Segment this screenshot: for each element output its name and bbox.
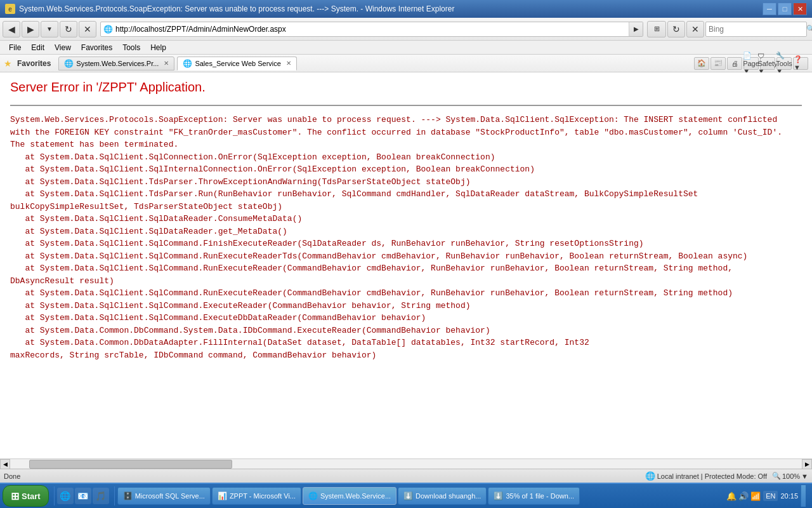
- menu-view[interactable]: View: [49, 42, 76, 53]
- quick-media[interactable]: 🎵: [93, 488, 109, 504]
- task-zppt-icon: 📊: [218, 491, 227, 500]
- forward-button[interactable]: ▶: [22, 21, 39, 37]
- window-title: System.Web.Services.Protocols.SoapExcept…: [19, 4, 763, 13]
- tab-icon-2: 🌐: [183, 59, 192, 68]
- menu-tools[interactable]: Tools: [117, 42, 145, 53]
- system-clock[interactable]: 20:15: [780, 491, 798, 500]
- go-button[interactable]: ▶: [629, 22, 643, 36]
- title-divider: [10, 105, 802, 106]
- task-dl2-icon: ⬇️: [494, 491, 503, 500]
- page-button[interactable]: 📄 Page ▼: [743, 57, 759, 70]
- minimize-button[interactable]: ─: [763, 3, 776, 15]
- start-label: Start: [22, 491, 41, 501]
- status-text: Done: [4, 472, 645, 480]
- stop-button2[interactable]: ✕: [686, 21, 704, 37]
- horizontal-scrollbar: ◀ ▶: [0, 458, 812, 469]
- refresh-button2[interactable]: ↻: [667, 21, 685, 37]
- scroll-left-button[interactable]: ◀: [0, 459, 10, 469]
- zoom-level: 100%: [782, 472, 800, 480]
- help-button[interactable]: ❓ ▼: [793, 57, 808, 70]
- refresh-button[interactable]: ↻: [60, 21, 77, 37]
- menu-favorites[interactable]: Favorites: [76, 42, 117, 53]
- task-sql-icon: 🗄️: [123, 491, 133, 500]
- task-download1[interactable]: ⬇️ Download shuangh...: [398, 487, 487, 505]
- system-tray: 🔔 🔊 📶: [726, 491, 761, 501]
- windows-logo: ⊞: [11, 490, 19, 502]
- tab-icon-1: 🌐: [64, 59, 74, 68]
- address-input[interactable]: [115, 25, 629, 34]
- quick-email[interactable]: 📧: [75, 488, 91, 504]
- window-controls: ─ □ ✕: [763, 3, 807, 15]
- start-button[interactable]: ⊞ Start: [3, 485, 49, 507]
- favorites-right-buttons: 🏠 📰 🖨 📄 Page ▼ 🛡 Safety ▼ 🔧 Tools ▼ ❓ ▼: [694, 57, 808, 70]
- tray-icon-1[interactable]: 🔔: [726, 491, 737, 501]
- tab-sales-service[interactable]: 🌐 Sales_Service Web Service ✕: [177, 57, 297, 70]
- clock-time: 20:15: [780, 491, 798, 500]
- tray-icon-2[interactable]: 🔊: [738, 491, 749, 501]
- task-system-web[interactable]: 🌐 System.Web.Service...: [303, 487, 396, 505]
- task-download2[interactable]: ⬇️ 35% of 1 file - Down...: [488, 487, 580, 505]
- home-button[interactable]: 🏠: [694, 57, 709, 70]
- menu-help[interactable]: Help: [145, 42, 171, 53]
- stop-button[interactable]: ✕: [79, 21, 96, 37]
- status-bar: Done 🌐 Local intranet | Protected Mode: …: [0, 469, 812, 483]
- address-bar: 🌐 ▶: [100, 22, 643, 37]
- content-area: Server Error in '/ZPPT' Application. Sys…: [0, 72, 812, 469]
- task-dl1-icon: ⬇️: [403, 491, 413, 500]
- tray-icon-3[interactable]: 📶: [750, 491, 761, 501]
- compat-button[interactable]: ⊞: [647, 21, 666, 37]
- tab-system-web[interactable]: 🌐 System.Web.Services.Pr... ✕: [58, 57, 174, 70]
- status-right: 🌐 Local intranet | Protected Mode: Off 🔍…: [645, 471, 808, 481]
- scrollable-content[interactable]: Server Error in '/ZPPT' Application. Sys…: [0, 72, 812, 458]
- maximize-button[interactable]: □: [778, 3, 792, 15]
- task-dl1-label: Download shuangh...: [416, 492, 481, 500]
- intranet-icon: 🌐: [645, 471, 655, 481]
- zoom-icon: 🔍: [772, 472, 781, 480]
- task-dl2-label: 35% of 1 file - Down...: [506, 492, 574, 500]
- zoom-dropdown-icon: ▼: [801, 472, 808, 480]
- title-bar: e System.Web.Services.Protocols.SoapExce…: [0, 0, 812, 18]
- search-input[interactable]: [706, 25, 806, 34]
- taskbar-right: 🔔 🔊 📶 EN 20:15: [723, 485, 809, 507]
- nav-bar: ◀ ▶ ▼ ↻ ✕ 🌐 ▶ ⊞ ↻ ✕ 🔍: [0, 18, 812, 41]
- show-desktop-button[interactable]: [801, 485, 806, 507]
- close-button[interactable]: ✕: [793, 3, 807, 15]
- back-button[interactable]: ◀: [3, 21, 20, 37]
- print-button[interactable]: 🖨: [727, 57, 742, 70]
- task-sql[interactable]: 🗄️ Microsoft SQL Serve...: [117, 487, 211, 505]
- dropdown-button[interactable]: ▼: [41, 21, 58, 37]
- language-indicator[interactable]: EN: [763, 491, 778, 501]
- favorites-bar: ★ Favorites 🌐 System.Web.Services.Pr... …: [0, 55, 812, 72]
- safety-button[interactable]: 🛡 Safety ▼: [760, 57, 775, 70]
- taskbar-tasks: 🗄️ Microsoft SQL Serve... 📊 ZPPT - Micro…: [117, 487, 723, 505]
- taskbar-divider2: [114, 486, 115, 505]
- task-sql-label: Microsoft SQL Serve...: [135, 492, 205, 500]
- intranet-status: 🌐 Local intranet | Protected Mode: Off: [645, 471, 767, 481]
- search-box: 🔍: [705, 22, 807, 37]
- quick-launch: 🌐 📧 🎵: [57, 488, 109, 504]
- task-web-icon: 🌐: [308, 491, 318, 500]
- taskbar: ⊞ Start 🌐 📧 🎵 🗄️ Microsoft SQL Serve... …: [0, 483, 812, 508]
- tab-close-2[interactable]: ✕: [286, 60, 291, 67]
- menu-edit[interactable]: Edit: [26, 42, 49, 53]
- error-text: System.Web.Services.Protocols.SoapExcept…: [10, 114, 802, 361]
- favorites-star-icon: ★: [4, 58, 12, 69]
- quick-ie[interactable]: 🌐: [57, 488, 74, 504]
- rss-button[interactable]: 📰: [710, 57, 726, 70]
- task-zppt[interactable]: 📊 ZPPT - Microsoft Vi...: [212, 487, 301, 505]
- zoom-control[interactable]: 🔍 100% ▼: [772, 472, 808, 480]
- taskbar-divider: [54, 486, 55, 505]
- intranet-text: Local intranet | Protected Mode: Off: [657, 472, 767, 480]
- address-icon: 🌐: [103, 25, 113, 34]
- error-title: Server Error in '/ZPPT' Application.: [10, 80, 802, 95]
- scroll-track[interactable]: [10, 459, 802, 469]
- tab-close-1[interactable]: ✕: [164, 60, 169, 67]
- search-button[interactable]: 🔍: [806, 22, 812, 36]
- menu-bar: File Edit View Favorites Tools Help: [0, 41, 812, 55]
- menu-file[interactable]: File: [4, 42, 26, 53]
- scroll-right-button[interactable]: ▶: [802, 459, 812, 469]
- scroll-thumb[interactable]: [29, 460, 232, 469]
- tab-label-2: Sales_Service Web Service: [195, 60, 281, 67]
- task-web-label: System.Web.Service...: [320, 492, 391, 500]
- tools-button[interactable]: 🔧 Tools ▼: [776, 57, 792, 70]
